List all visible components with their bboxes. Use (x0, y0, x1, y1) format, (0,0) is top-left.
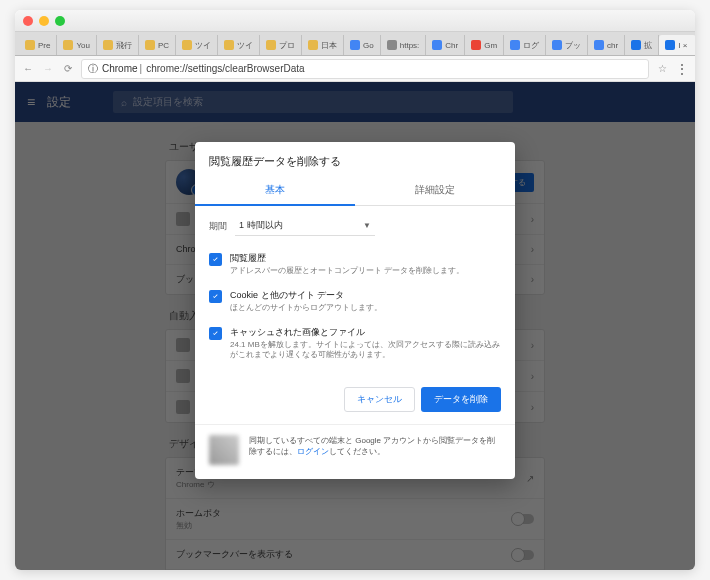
tab-label: Chr (445, 41, 458, 50)
bookmark-button[interactable]: ☆ (655, 62, 669, 76)
favicon (25, 40, 35, 50)
tab-label: https: (400, 41, 420, 50)
period-label: 期間 (209, 220, 227, 233)
menu-button[interactable]: ⋮ (675, 61, 689, 77)
browser-tab[interactable]: Gm (465, 35, 504, 55)
browser-tab[interactable]: PC (139, 35, 176, 55)
browser-tab[interactable]: I × (659, 35, 695, 55)
tab-label: PC (158, 41, 169, 50)
window-titlebar (15, 10, 695, 32)
tab-label: ログ (523, 40, 539, 51)
clear-data-option: Cookie と他のサイト データほとんどのサイトからログアウトします。 (209, 283, 501, 320)
forward-button[interactable]: → (41, 62, 55, 76)
time-range-select[interactable]: 1 時間以内 ▼ (235, 216, 375, 236)
favicon (510, 40, 520, 50)
tab-advanced[interactable]: 詳細設定 (355, 175, 515, 205)
zoom-window-button[interactable] (55, 16, 65, 26)
tab-basic[interactable]: 基本 (195, 175, 355, 205)
option-description: アドレスバーの履歴とオートコンプリート データを削除します。 (230, 266, 501, 277)
tab-label: ツイ (195, 40, 211, 51)
browser-tab[interactable]: ツイ (176, 35, 218, 55)
tab-label: Go (363, 41, 374, 50)
tab-label: chr (607, 41, 618, 50)
favicon (145, 40, 155, 50)
favicon (63, 40, 73, 50)
option-title: キャッシュされた画像とファイル (230, 326, 501, 339)
chevron-down-icon: ▼ (363, 221, 371, 230)
clear-data-option: 閲覧履歴アドレスバーの履歴とオートコンプリート データを削除します。 (209, 246, 501, 283)
favicon (103, 40, 113, 50)
clear-data-option: キャッシュされた画像とファイル24.1 MBを解放します。サイトによっては、次回… (209, 320, 501, 368)
favicon (266, 40, 276, 50)
tab-label: 日本 (321, 40, 337, 51)
tab-label: プロ (279, 40, 295, 51)
browser-tab[interactable]: Go (344, 35, 381, 55)
browser-tab[interactable]: You (57, 35, 97, 55)
option-description: 24.1 MBを解放します。サイトによっては、次回アクセスする際に読み込みがこれ… (230, 340, 501, 362)
favicon (387, 40, 397, 50)
favicon (432, 40, 442, 50)
toolbar: ← → ⟳ ⓘ Chrome | chrome://settings/clear… (15, 56, 695, 82)
tab-label: ブッ (565, 40, 581, 51)
tab-strip: PreYou飛行PCツイツイプロ日本Gohttps:ChrGmログブッchr拡I… (15, 32, 695, 56)
reload-button[interactable]: ⟳ (61, 62, 75, 76)
close-window-button[interactable] (23, 16, 33, 26)
tab-label: ツイ (237, 40, 253, 51)
browser-tab[interactable]: ツイ (218, 35, 260, 55)
favicon (182, 40, 192, 50)
option-title: Cookie と他のサイト データ (230, 289, 501, 302)
browser-tab[interactable]: 飛行 (97, 35, 139, 55)
clear-browsing-data-dialog: 閲覧履歴データを削除する 基本 詳細設定 期間 1 時間以内 ▼ 閲覧履歴アドレ… (195, 142, 515, 479)
back-button[interactable]: ← (21, 62, 35, 76)
checkbox[interactable] (209, 253, 222, 266)
sync-notice: 同期しているすべての端末と Google アカウントから閲覧データを削除するには… (249, 435, 501, 457)
dialog-title: 閲覧履歴データを削除する (195, 142, 515, 175)
clear-data-button[interactable]: データを削除 (421, 387, 501, 412)
url-text: chrome://settings/clearBrowserData (146, 63, 304, 74)
checkbox[interactable] (209, 290, 222, 303)
tab-label: 飛行 (116, 40, 132, 51)
browser-tab[interactable]: 拡 (625, 35, 659, 55)
favicon (665, 40, 675, 50)
option-title: 閲覧履歴 (230, 252, 501, 265)
tab-label: Pre (38, 41, 50, 50)
browser-tab[interactable]: ログ (504, 35, 546, 55)
tab-label: Gm (484, 41, 497, 50)
favicon (224, 40, 234, 50)
favicon (471, 40, 481, 50)
browser-tab[interactable]: Pre (19, 35, 57, 55)
browser-tab[interactable]: chr (588, 35, 625, 55)
favicon (594, 40, 604, 50)
account-avatar (209, 435, 239, 465)
favicon (631, 40, 641, 50)
browser-tab[interactable]: https: (381, 35, 427, 55)
tab-label: 拡 (644, 40, 652, 51)
minimize-window-button[interactable] (39, 16, 49, 26)
cancel-button[interactable]: キャンセル (344, 387, 415, 412)
tab-label: You (76, 41, 90, 50)
browser-tab[interactable]: 日本 (302, 35, 344, 55)
browser-tab[interactable]: Chr (426, 35, 465, 55)
option-description: ほとんどのサイトからログアウトします。 (230, 303, 501, 314)
modal-overlay[interactable]: 閲覧履歴データを削除する 基本 詳細設定 期間 1 時間以内 ▼ 閲覧履歴アドレ… (15, 82, 695, 570)
site-info-icon[interactable]: ⓘ (88, 62, 98, 76)
browser-tab[interactable]: プロ (260, 35, 302, 55)
checkbox[interactable] (209, 327, 222, 340)
url-scheme: Chrome (102, 63, 138, 74)
address-bar[interactable]: ⓘ Chrome | chrome://settings/clearBrowse… (81, 59, 649, 79)
tab-label: I × (678, 41, 687, 50)
favicon (308, 40, 318, 50)
favicon (350, 40, 360, 50)
browser-tab[interactable]: ブッ (546, 35, 588, 55)
favicon (552, 40, 562, 50)
login-link[interactable]: ログイン (297, 447, 329, 456)
